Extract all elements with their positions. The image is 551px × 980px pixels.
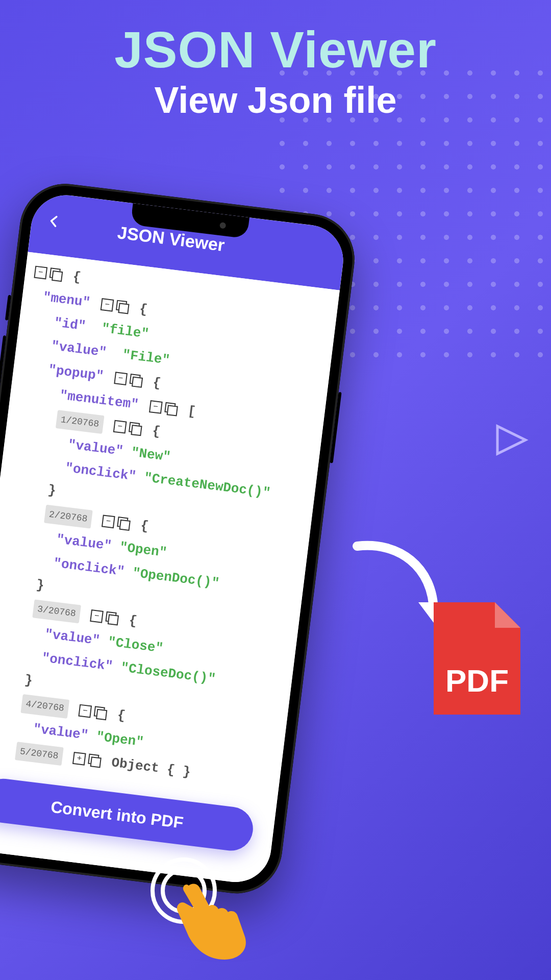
svg-text:PDF: PDF [445, 663, 509, 698]
collapse-icon[interactable]: − [34, 266, 47, 280]
copy-icon[interactable] [105, 611, 119, 625]
json-key: "value" [51, 338, 108, 360]
collapse-icon[interactable]: − [79, 704, 92, 718]
collapse-icon[interactable]: − [101, 298, 114, 312]
collapse-icon[interactable]: − [90, 609, 104, 623]
json-key: "menu" [42, 289, 91, 310]
copy-icon[interactable] [117, 517, 131, 530]
copy-icon[interactable] [49, 267, 63, 281]
json-value: "New" [130, 445, 171, 464]
promo-title: JSON Viewer [0, 20, 551, 79]
copy-icon[interactable] [93, 706, 107, 720]
json-key: "onclick" [53, 555, 126, 579]
json-key: "onclick" [41, 650, 114, 674]
json-key: "popup" [47, 362, 105, 384]
copy-icon[interactable] [129, 374, 143, 387]
array-index-badge: 2/20768 [44, 505, 92, 529]
json-key: "value" [56, 531, 113, 553]
pointer-hand-icon [173, 880, 260, 962]
pdf-file-icon: PDF [429, 597, 525, 722]
json-value: "Open" [118, 540, 168, 560]
json-value: "File" [121, 347, 171, 368]
copy-icon[interactable] [88, 754, 102, 768]
json-value: "Close" [107, 634, 164, 656]
collapse-icon[interactable]: − [113, 420, 127, 434]
array-index-badge: 3/20768 [32, 599, 81, 623]
back-icon[interactable] [45, 213, 68, 236]
triangle-decoration-icon [495, 424, 531, 456]
json-key: "value" [32, 721, 89, 743]
collapse-icon[interactable]: − [114, 372, 128, 386]
tree-controls[interactable]: − [34, 266, 63, 281]
copy-icon[interactable] [129, 422, 142, 435]
json-key: "onclick" [64, 460, 137, 484]
array-index-badge: 5/20768 [15, 742, 63, 766]
collapse-icon[interactable]: − [149, 400, 163, 414]
copy-icon[interactable] [164, 402, 178, 416]
copy-icon[interactable] [116, 300, 130, 314]
json-key: "id" [53, 315, 87, 334]
json-key: "value" [67, 437, 124, 459]
promo-heading: JSON Viewer View Json file [0, 20, 551, 121]
json-value: "Open" [95, 729, 145, 750]
array-index-badge: 1/20768 [56, 410, 104, 434]
array-index-badge: 4/20768 [20, 694, 69, 718]
brace-open: { [72, 269, 82, 285]
expand-icon[interactable]: + [72, 752, 86, 766]
json-value: "file" [101, 321, 150, 341]
promo-subtitle: View Json file [0, 79, 551, 121]
json-key: "value" [44, 626, 101, 648]
collapse-icon[interactable]: − [102, 515, 115, 529]
phone-mockup: JSON Viewer − { "menu" − { "id" "file" [0, 179, 360, 898]
